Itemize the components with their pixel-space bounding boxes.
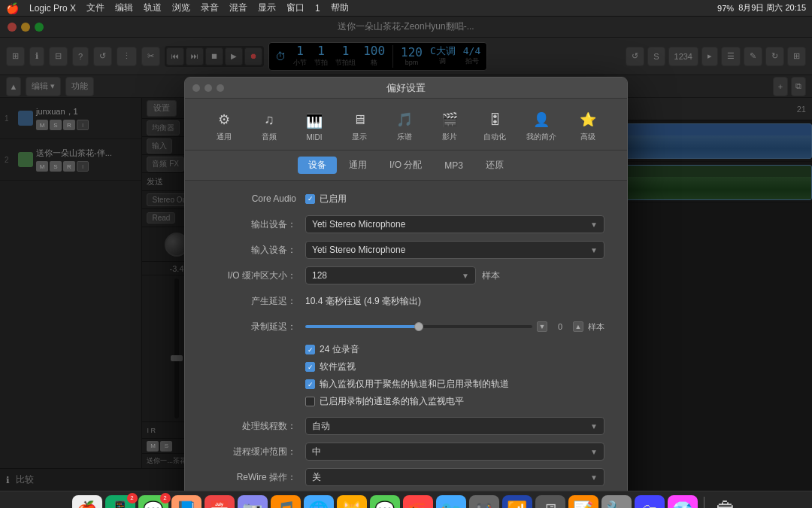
threads-row: 处理线程数： 自动 ▼	[208, 417, 604, 435]
dock-notes[interactable]: 📝	[568, 495, 598, 509]
dialog-min[interactable]	[205, 84, 212, 92]
threads-select[interactable]: 自动 ▼	[305, 417, 604, 435]
midi-tab-label: MIDI	[306, 133, 322, 141]
latency-slider-value: 0	[549, 322, 571, 331]
dock-messages-badge: 2	[160, 493, 171, 503]
core-audio-row: Core Audio 已启用	[208, 190, 604, 208]
tab-general[interactable]: 通用	[338, 157, 377, 174]
menubar: 🍎 Logic Pro X 文件 编辑 轨道 浏览 录音 混音 显示 窗口 1 …	[0, 0, 812, 17]
logic-pro-window: 送你一朵山茶花-ZeonHyun翻唱-... ⊞ ℹ ⊟ ? ↺ ⋮ ✂ ⏮ ⏭…	[0, 17, 812, 491]
rewire-select[interactable]: 关 ▼	[305, 468, 604, 486]
dialog-close[interactable]	[192, 84, 200, 92]
icon-tab-score[interactable]: 🎵 乐谱	[383, 106, 426, 145]
dock-safari[interactable]: 🌐	[304, 495, 334, 509]
dock-photos[interactable]: 📷	[238, 495, 268, 509]
movie-tab-label: 影片	[442, 132, 457, 142]
input-chevron-icon: ▼	[590, 246, 598, 254]
dock-appstore[interactable]: 📱 2	[105, 495, 135, 509]
menubar-battery: 97%	[717, 4, 734, 13]
checkbox-inputmon[interactable]	[305, 379, 315, 389]
dock-music[interactable]: 🎵	[271, 495, 301, 509]
rewire-chevron-icon: ▼	[590, 473, 598, 482]
tab-mp3[interactable]: MP3	[434, 158, 474, 173]
audio-tab-label: 音频	[262, 132, 277, 142]
dock-trash[interactable]: 🗑	[710, 495, 741, 509]
buffer-range-value: 中	[312, 446, 321, 458]
dock-finder2[interactable]: 🗂	[635, 495, 665, 509]
dialog-text-tabs: 设备 通用 I/O 分配 MP3 还原	[185, 151, 627, 181]
menu-browse[interactable]: 浏览	[172, 2, 190, 14]
dock-messages[interactable]: 💬 2	[138, 495, 168, 509]
menu-view[interactable]: 显示	[258, 2, 276, 14]
output-device-select[interactable]: Yeti Stereo Microphone ▼	[305, 215, 604, 233]
dock-gem[interactable]: 💎	[668, 495, 698, 509]
checkbox-softmon-row: 软件监视	[305, 360, 604, 373]
icon-tab-general[interactable]: ⚙ 通用	[203, 106, 245, 145]
buffer-size-row: I/O 缓冲区大小： 128 ▼ 样本	[208, 266, 604, 284]
dialog-traffic-lights	[192, 84, 224, 92]
checkbox-rewire[interactable]	[305, 397, 315, 406]
dock-appstore-badge: 2	[127, 493, 138, 503]
buffer-chevron-icon: ▼	[462, 272, 469, 280]
dock-wifi[interactable]: 📶	[502, 495, 532, 509]
display-tab-label: 显示	[352, 132, 367, 142]
icon-tab-advanced[interactable]: ⭐ 高级	[567, 106, 609, 145]
menu-file[interactable]: 文件	[86, 2, 105, 14]
checkbox-rewire-row: 已启用录制的通道条的输入监视电平	[305, 395, 604, 408]
dock-wechat[interactable]: 💬	[370, 495, 400, 509]
buffer-range-select[interactable]: 中 ▼	[305, 443, 604, 461]
dialog-form: Core Audio 已启用 输出设备： Yeti Stereo Microph…	[185, 181, 627, 491]
latency-down-btn[interactable]: ▼	[537, 321, 547, 332]
menu-track[interactable]: 轨道	[144, 2, 162, 14]
latency-slider-thumb[interactable]	[414, 322, 423, 331]
input-device-select[interactable]: Yeti Stereo Microphone ▼	[305, 241, 604, 259]
dock-shrimp[interactable]: 🦐	[403, 495, 433, 509]
dock-monitor[interactable]: 🖥	[535, 495, 565, 509]
icon-tab-auto[interactable]: 🎛 自动化	[474, 106, 516, 145]
tab-reset[interactable]: 还原	[475, 157, 514, 174]
dock-game[interactable]: 🎮	[469, 495, 499, 509]
dialog-titlebar: 偏好设置	[185, 78, 627, 99]
menu-record[interactable]: 录音	[201, 2, 219, 14]
menu-window[interactable]: 窗口	[286, 2, 304, 14]
icon-tab-movie[interactable]: 🎬 影片	[429, 106, 471, 145]
buffer-size-select[interactable]: 128 ▼	[305, 266, 476, 284]
checkbox-rewire-label: 已启用录制的通道条的输入监视电平	[320, 395, 464, 408]
dock: 🍎 📱 2 💬 2 📘 📅 📷 🎵 🌐 😺 💬 🦐 🐦 🎮 📶 🖥 📝 🔧 🗂 …	[0, 491, 812, 508]
input-device-value: Yeti Stereo Microphone	[312, 245, 405, 255]
auto-tab-label: 自动化	[483, 132, 506, 142]
menu-logicprox[interactable]: Logic Pro X	[29, 3, 76, 14]
dock-finder[interactable]: 🍎	[72, 495, 102, 509]
menu-mix[interactable]: 混音	[229, 2, 247, 14]
dock-tools[interactable]: 🔧	[601, 495, 632, 509]
dock-weibo[interactable]: 🐦	[436, 495, 466, 509]
icon-tab-midi[interactable]: 🎹 MIDI	[293, 108, 335, 144]
checkbox-24bit[interactable]	[305, 345, 315, 354]
dock-contacts[interactable]: 📘	[171, 495, 201, 509]
checkbox-inputmon-label: 输入监视仅用于聚焦的轨道和已启用录制的轨道	[320, 378, 509, 391]
dock-calendar[interactable]: 📅	[205, 495, 235, 509]
icon-tab-audio[interactable]: ♫ 音频	[248, 106, 290, 145]
dock-taobao[interactable]: 😺	[337, 495, 367, 509]
dialog-overlay: 偏好设置 ⚙ 通用 ♫ 音频 🎹 MIDI 🖥 显示	[0, 17, 812, 491]
dialog-max[interactable]	[217, 84, 224, 92]
record-latency-row: 录制延迟： ▼ 0 ▲ 样本	[208, 318, 604, 336]
tab-device[interactable]: 设备	[298, 157, 337, 174]
latency-unit: 样本	[588, 321, 604, 333]
icon-tab-profile[interactable]: 👤 我的简介	[519, 106, 564, 145]
input-device-label: 输入设备：	[208, 244, 305, 257]
menu-help[interactable]: 帮助	[331, 2, 349, 14]
core-audio-checkbox[interactable]	[305, 194, 315, 204]
core-audio-label: Core Audio	[208, 193, 305, 204]
threads-label: 处理线程数：	[208, 420, 305, 433]
checkbox-inputmon-row: 输入监视仅用于聚焦的轨道和已启用录制的轨道	[305, 378, 604, 391]
buffer-range-label: 进程缓冲范围：	[208, 446, 305, 458]
latency-up-btn[interactable]: ▲	[573, 321, 583, 332]
checkbox-softmon[interactable]	[305, 362, 315, 372]
latency-value: 10.4 毫秒往返 (4.9 毫秒输出)	[305, 295, 604, 308]
menu-edit[interactable]: 编辑	[115, 2, 133, 14]
tab-io[interactable]: I/O 分配	[379, 157, 432, 174]
apple-menu[interactable]: 🍎	[6, 2, 19, 14]
icon-tab-display[interactable]: 🖥 显示	[338, 106, 380, 145]
latency-slider-track[interactable]	[305, 325, 532, 328]
